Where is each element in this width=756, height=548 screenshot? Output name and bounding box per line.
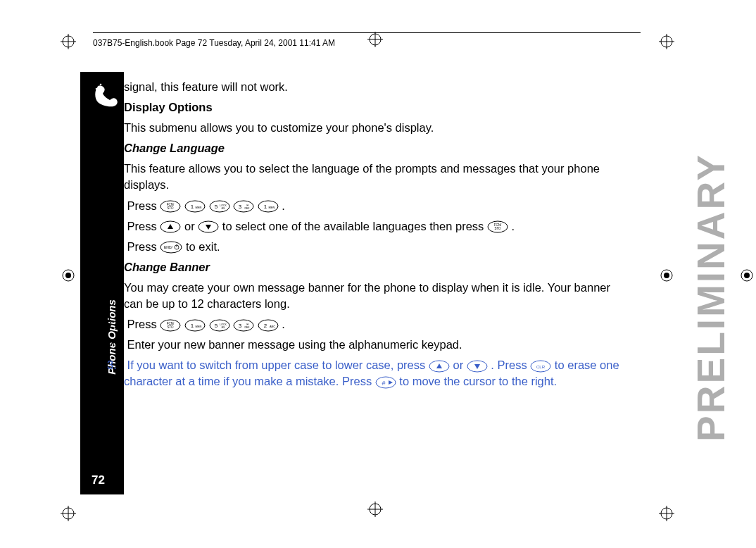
svg-text:ABC: ABC: [270, 325, 275, 328]
svg-text:#: #: [382, 380, 385, 387]
key-down-icon: [198, 220, 219, 233]
key-fcn-icon: FCN/STO: [160, 200, 181, 213]
svg-point-17: [744, 273, 750, 278]
step-item: 1. Press FCN/STO 1MEN 5LOCKJKL 3✉DEF 1ME…: [124, 198, 627, 214]
svg-point-25: [98, 86, 100, 88]
header-rule: [93, 32, 641, 33]
content-column: signal, this feature will not work. Disp…: [124, 79, 627, 394]
step-text: to move the cursor to the right.: [399, 375, 557, 387]
svg-point-26: [100, 84, 102, 86]
body-text: You may create your own message banner f…: [124, 280, 627, 312]
phone-handset-icon: [87, 76, 124, 113]
svg-point-15: [664, 273, 669, 278]
step-item: 3. If you want to switch from upper case…: [124, 357, 627, 390]
key-fcn-icon: FCN/STO: [160, 319, 181, 332]
step-item: 2. Enter your new banner message using t…: [124, 337, 627, 353]
svg-text:STO: STO: [168, 325, 175, 329]
step-text: Enter your new banner message using the …: [127, 338, 462, 351]
registration-mark-icon: [61, 506, 76, 521]
step-text: Press: [127, 240, 160, 253]
key-end-icon: END/: [160, 241, 182, 254]
key-1-icon: 1MEN: [184, 200, 206, 213]
key-up-icon: [160, 220, 181, 233]
step-item: 3. Press END/ to exit.: [124, 239, 627, 255]
heading-change-language: Change Language: [124, 140, 627, 156]
key-3-icon: 3✉DEF: [233, 200, 254, 213]
step-number: 1.: [107, 316, 124, 332]
svg-text:STO: STO: [494, 227, 501, 230]
step-number: 2.: [107, 337, 124, 353]
header-path: 037B75-English.book Page 72 Tuesday, Apr…: [93, 38, 335, 48]
key-hash-icon: #: [375, 376, 396, 389]
step-text: or: [453, 359, 466, 371]
step-item: 1. Press FCN/STO 1MEN 5LOCKJKL 3✉DEF 2AB…: [124, 316, 627, 332]
preliminary-watermark: PRELIMINARY: [688, 153, 733, 442]
svg-text:1: 1: [264, 204, 267, 210]
svg-text:END/: END/: [164, 245, 173, 249]
key-5-icon: 5LOCKJKL: [209, 200, 230, 213]
step-number: 3.: [107, 239, 124, 255]
heading-display-options: Display Options: [124, 99, 627, 116]
svg-text:3: 3: [239, 204, 242, 210]
key-3-icon: 3✉DEF: [233, 319, 254, 332]
step-text: If you want to switch from upper case to…: [127, 359, 429, 371]
svg-text:MEN: MEN: [196, 206, 202, 209]
key-1-icon: 1MEN: [258, 200, 279, 213]
key-1-icon: 1MEN: [184, 319, 206, 332]
registration-mark-icon: [367, 502, 383, 520]
svg-point-38: [234, 201, 253, 212]
svg-text:JKL: JKL: [221, 207, 225, 210]
step-text: .: [282, 199, 285, 212]
step-text: to exit.: [186, 240, 220, 253]
step-number: 3.: [107, 357, 124, 373]
step-text: Press: [127, 220, 160, 232]
svg-point-27: [96, 88, 98, 90]
svg-text:1: 1: [191, 323, 194, 329]
svg-text:5: 5: [214, 323, 218, 329]
step-text: Press: [127, 199, 160, 212]
page-number: 72: [92, 473, 105, 487]
step-item: 2. Press or to select one of the availab…: [124, 218, 627, 235]
registration-mark-icon: [367, 32, 383, 50]
step-text: to select one of the available languages…: [222, 220, 487, 232]
heading-change-banner: Change Banner: [124, 259, 627, 275]
registration-mark-icon: [659, 34, 674, 49]
svg-text:DEF: DEF: [245, 207, 250, 210]
step-number: 1.: [107, 198, 124, 214]
svg-text:2: 2: [264, 323, 267, 329]
step-text: Press: [127, 318, 160, 330]
step-text: or: [184, 220, 198, 232]
svg-point-24: [89, 77, 122, 111]
svg-text:CLR: CLR: [536, 365, 546, 369]
svg-text:3: 3: [239, 323, 242, 329]
svg-point-66: [234, 320, 253, 331]
step-text: .: [512, 220, 515, 232]
body-text: This feature allows you to select the la…: [124, 161, 627, 193]
registration-mark-icon: [659, 268, 674, 283]
body-text: signal, this feature will not work.: [124, 79, 627, 95]
registration-mark-icon: [659, 506, 674, 521]
key-fcn-icon: FCN/STO: [487, 220, 508, 233]
svg-text:MEN: MEN: [268, 206, 275, 209]
registration-mark-icon: [739, 268, 755, 283]
registration-mark-icon: [61, 34, 76, 49]
svg-text:5: 5: [214, 204, 218, 210]
svg-text:1: 1: [191, 204, 194, 210]
svg-text:STO: STO: [168, 206, 175, 210]
svg-point-13: [65, 273, 71, 278]
svg-text:MEN: MEN: [196, 325, 202, 328]
svg-text:JKL: JKL: [221, 326, 225, 329]
registration-mark-icon: [61, 268, 76, 283]
key-clr-icon: CLR: [530, 360, 551, 373]
svg-text:DEF: DEF: [245, 326, 250, 329]
step-text: . Press: [491, 359, 530, 371]
step-text: .: [282, 318, 285, 330]
key-up-icon: [429, 360, 450, 373]
step-number: 2.: [107, 218, 124, 235]
key-2-icon: 2ABC: [258, 319, 279, 332]
sidebar-black-bar: [80, 72, 124, 494]
key-down-icon: [467, 360, 488, 373]
body-text: This submenu allows you to customize you…: [124, 120, 627, 136]
key-5-icon: 5LOCKJKL: [209, 319, 230, 332]
